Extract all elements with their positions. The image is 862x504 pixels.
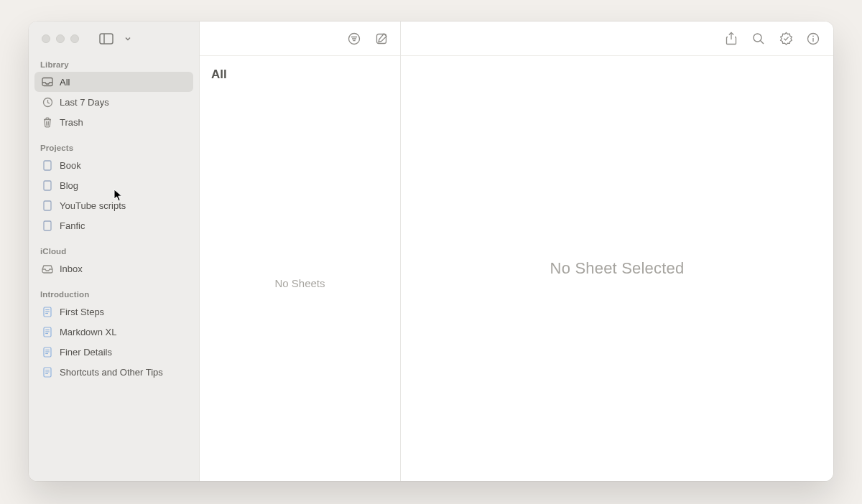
sidebar-item-label: YouTube scripts bbox=[60, 200, 126, 211]
sidebar-item-trash[interactable]: Trash bbox=[34, 112, 193, 132]
doc-icon bbox=[42, 200, 53, 211]
sidebar-item-finer-details[interactable]: Finer Details bbox=[34, 342, 193, 362]
trash-icon bbox=[42, 116, 53, 128]
share-button[interactable] bbox=[724, 32, 738, 46]
sidebar: Library All Last 7 Days bbox=[29, 22, 200, 481]
tray-icon bbox=[42, 76, 53, 88]
minimize-window-button[interactable] bbox=[56, 34, 65, 43]
doc-icon bbox=[42, 159, 53, 171]
toggle-sidebar-button[interactable] bbox=[98, 32, 115, 46]
sheets-body: No Sheets bbox=[200, 85, 400, 481]
sidebar-item-last-7-days[interactable]: Last 7 Days bbox=[34, 92, 193, 112]
sidebar-item-inbox[interactable]: Inbox bbox=[34, 258, 193, 279]
sidebar-section-title-projects: Projects bbox=[29, 139, 199, 155]
sidebar-menu-chevron[interactable] bbox=[119, 32, 136, 46]
sidebar-section-title-library: Library bbox=[29, 56, 199, 72]
close-window-button[interactable] bbox=[42, 34, 50, 43]
page-icon bbox=[42, 346, 53, 358]
sidebar-item-label: Last 7 Days bbox=[60, 97, 109, 108]
sidebar-section-title-introduction: Introduction bbox=[29, 286, 199, 302]
sidebar-item-all[interactable]: All bbox=[34, 72, 193, 92]
svg-point-31 bbox=[754, 34, 761, 42]
sidebar-item-book[interactable]: Book bbox=[34, 155, 193, 175]
sidebar-item-shortcuts[interactable]: Shortcuts and Other Tips bbox=[34, 362, 193, 382]
sidebar-item-blog[interactable]: Blog bbox=[34, 175, 193, 195]
sidebar-section-introduction: First Steps Markdown XL Finer Details Sh… bbox=[29, 302, 199, 389]
sidebar-item-label: First Steps bbox=[60, 307, 104, 317]
editor-body: No Sheet Selected bbox=[401, 56, 833, 481]
new-sheet-button[interactable] bbox=[374, 32, 389, 46]
sheets-title: All bbox=[200, 56, 400, 85]
sidebar-item-label: Inbox bbox=[60, 263, 83, 274]
sheets-pane: All No Sheets bbox=[200, 22, 401, 481]
sidebar-item-label: Shortcuts and Other Tips bbox=[60, 367, 163, 378]
sidebar-section-icloud: Inbox bbox=[29, 258, 199, 286]
sheets-empty-label: No Sheets bbox=[274, 277, 325, 289]
svg-rect-9 bbox=[44, 221, 51, 230]
info-button[interactable] bbox=[806, 32, 820, 46]
sidebar-section-library: All Last 7 Days bbox=[29, 72, 199, 139]
sidebar-section-projects: Book Blog YouTube scripts Fanfic bbox=[29, 155, 199, 243]
sidebar-item-youtube-scripts[interactable]: YouTube scripts bbox=[34, 195, 193, 215]
editor-empty-label: No Sheet Selected bbox=[550, 259, 685, 278]
inbox-icon bbox=[42, 263, 53, 274]
sidebar-item-label: Fanfic bbox=[60, 220, 85, 231]
page-icon bbox=[42, 326, 53, 337]
sidebar-item-label: Markdown XL bbox=[60, 327, 116, 337]
sidebar-item-label: Finer Details bbox=[60, 347, 112, 358]
sidebar-item-markdown-xl[interactable]: Markdown XL bbox=[34, 322, 193, 342]
sheets-toolbar bbox=[200, 22, 400, 56]
doc-icon bbox=[42, 220, 53, 231]
search-button[interactable] bbox=[751, 32, 766, 46]
clock-icon bbox=[42, 96, 53, 108]
sidebar-item-label: Blog bbox=[60, 180, 78, 191]
app-window: Library All Last 7 Days bbox=[29, 22, 833, 481]
doc-icon bbox=[42, 179, 53, 191]
page-icon bbox=[42, 366, 53, 378]
sidebar-item-label: Book bbox=[60, 160, 81, 171]
filter-button[interactable] bbox=[347, 32, 361, 46]
sidebar-item-label: Trash bbox=[60, 117, 83, 128]
editor-toolbar bbox=[401, 22, 833, 56]
sidebar-item-label: All bbox=[60, 77, 70, 88]
svg-rect-8 bbox=[44, 201, 51, 210]
review-button[interactable] bbox=[779, 32, 793, 46]
sidebar-item-first-steps[interactable]: First Steps bbox=[34, 302, 193, 322]
zoom-window-button[interactable] bbox=[70, 34, 79, 43]
svg-rect-2 bbox=[42, 78, 52, 86]
svg-point-34 bbox=[812, 35, 814, 37]
svg-line-32 bbox=[761, 40, 764, 43]
sidebar-section-title-icloud: iCloud bbox=[29, 243, 199, 258]
window-controls bbox=[29, 29, 199, 56]
page-icon bbox=[42, 306, 53, 317]
sidebar-item-fanfic[interactable]: Fanfic bbox=[34, 215, 193, 235]
editor-pane: No Sheet Selected bbox=[401, 22, 833, 481]
svg-rect-6 bbox=[44, 161, 51, 170]
svg-rect-0 bbox=[100, 34, 113, 44]
svg-rect-7 bbox=[44, 181, 51, 190]
